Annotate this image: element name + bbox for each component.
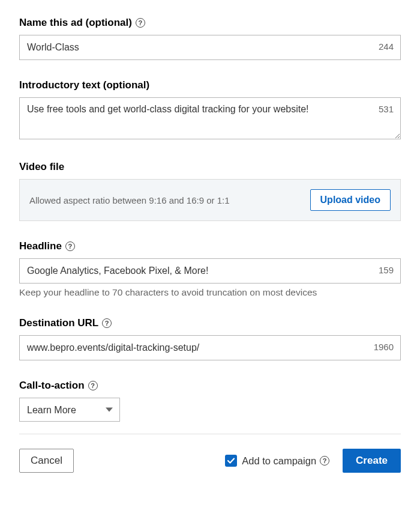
help-icon[interactable]: ? xyxy=(320,456,329,466)
add-to-campaign-checkbox[interactable] xyxy=(225,455,237,467)
headline-input[interactable] xyxy=(19,258,401,284)
intro-text-label: Introductory text (optional) xyxy=(19,79,401,91)
ad-name-input[interactable] xyxy=(19,35,401,60)
headline-count: 159 xyxy=(379,265,394,275)
footer-row: Cancel Add to campaign ? Create xyxy=(19,449,401,473)
help-icon[interactable]: ? xyxy=(88,381,98,390)
ad-name-field: Name this ad (optional) ? 244 xyxy=(19,17,401,60)
help-icon[interactable]: ? xyxy=(136,18,145,28)
create-button[interactable]: Create xyxy=(343,449,401,473)
intro-text-input[interactable]: Use free tools and get world-class digit… xyxy=(19,97,401,139)
help-icon[interactable]: ? xyxy=(102,318,112,328)
cta-label-text: Call-to-action xyxy=(19,380,85,392)
destination-url-input-wrap: 1960 xyxy=(19,335,401,360)
check-icon xyxy=(227,457,235,465)
cta-select[interactable]: Learn More xyxy=(19,398,120,422)
video-aspect-hint: Allowed aspect ratio between 9:16 and 16… xyxy=(29,195,230,205)
footer-divider xyxy=(19,434,401,434)
headline-helper: Keep your headline to 70 characters to a… xyxy=(19,287,401,298)
cta-select-wrap: Learn More xyxy=(19,398,120,422)
cancel-button[interactable]: Cancel xyxy=(19,449,74,473)
destination-url-input[interactable] xyxy=(19,335,401,360)
cta-label: Call-to-action ? xyxy=(19,380,401,392)
ad-name-label-text: Name this ad (optional) xyxy=(19,17,132,29)
destination-url-count: 1960 xyxy=(374,342,394,352)
video-upload-box: Allowed aspect ratio between 9:16 and 16… xyxy=(19,179,401,221)
destination-url-label: Destination URL ? xyxy=(19,317,401,329)
footer-right: Add to campaign ? Create xyxy=(225,449,401,473)
intro-text-input-wrap: Use free tools and get world-class digit… xyxy=(19,97,401,142)
video-file-label: Video file xyxy=(19,161,401,173)
ad-name-input-wrap: 244 xyxy=(19,35,401,60)
video-file-field: Video file Allowed aspect ratio between … xyxy=(19,161,401,221)
headline-label: Headline ? xyxy=(19,240,401,252)
destination-url-label-text: Destination URL xyxy=(19,317,98,329)
add-to-campaign-label: Add to campaign ? xyxy=(242,455,329,467)
add-to-campaign-group: Add to campaign ? xyxy=(225,455,329,467)
ad-name-label: Name this ad (optional) ? xyxy=(19,17,401,29)
video-file-label-text: Video file xyxy=(19,161,64,173)
upload-video-button[interactable]: Upload video xyxy=(310,189,391,211)
add-to-campaign-text: Add to campaign xyxy=(242,455,316,467)
destination-url-field: Destination URL ? 1960 xyxy=(19,317,401,360)
help-icon[interactable]: ? xyxy=(65,241,75,251)
intro-text-field: Introductory text (optional) Use free to… xyxy=(19,79,401,142)
headline-field: Headline ? 159 Keep your headline to 70 … xyxy=(19,240,401,298)
intro-text-label-text: Introductory text (optional) xyxy=(19,79,149,91)
ad-name-count: 244 xyxy=(379,41,394,52)
headline-input-wrap: 159 xyxy=(19,258,401,284)
cta-field: Call-to-action ? Learn More xyxy=(19,380,401,422)
headline-label-text: Headline xyxy=(19,240,62,252)
intro-text-count: 531 xyxy=(379,104,394,114)
